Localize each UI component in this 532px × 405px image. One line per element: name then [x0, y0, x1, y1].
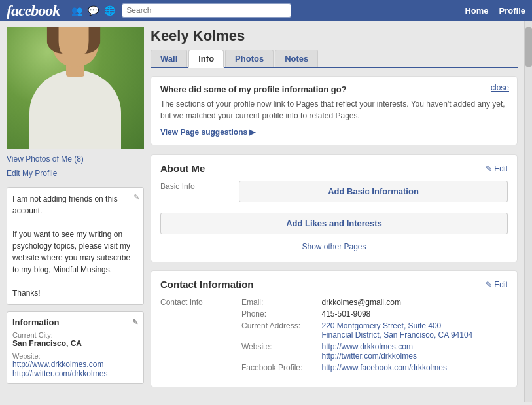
address-row: Current Address: 220 Montgomery Street, …	[239, 320, 508, 341]
information-title: Information	[12, 317, 60, 327]
email-label: Email:	[239, 296, 319, 308]
basic-info-label: Basic Info	[160, 181, 232, 191]
tab-photos[interactable]: Photos	[225, 50, 274, 67]
website-contact-label: Website:	[239, 341, 319, 362]
profile-name: Keely Kolmes	[151, 27, 518, 44]
chat-icon[interactable]: 💬	[88, 5, 99, 16]
contact-table: Email: drkkolmes@gmail.com Phone: 415-50…	[239, 296, 508, 374]
sidebar-website2[interactable]: http://twitter.com/drkkolmes	[12, 369, 138, 378]
sidebar-website1[interactable]: http://www.drkkolmes.com	[12, 360, 138, 369]
phone-value: 415-501-9098	[319, 308, 508, 320]
contact-info-row: Contact Info Email: drkkolmes@gmail.com …	[160, 296, 508, 374]
header: facebook 👥 💬 🌐 Home Profile	[0, 0, 532, 21]
bio-text: I am not adding friends on this account.…	[12, 193, 138, 299]
add-likes-button[interactable]: Add Likes and Interests	[160, 213, 508, 234]
scrollbar[interactable]	[524, 21, 532, 402]
website-values: http://www.drkkolmes.com http://twitter.…	[319, 341, 508, 362]
facebook-profile-label: Facebook Profile:	[239, 362, 319, 374]
home-nav-link[interactable]: Home	[465, 6, 488, 16]
about-me-title: About Me	[160, 163, 205, 174]
scrollbar-thumb[interactable]	[525, 27, 532, 67]
info-banner-title: Where did some of my profile information…	[160, 84, 508, 94]
contact-info-label: Contact Info	[160, 296, 232, 307]
info-banner-close[interactable]: close	[491, 83, 509, 92]
profile-nav-link[interactable]: Profile	[499, 6, 525, 16]
search-input[interactable]	[122, 3, 291, 18]
profile-photo	[7, 27, 144, 149]
tab-wall[interactable]: Wall	[151, 50, 187, 67]
photo-body	[29, 70, 121, 149]
address-value: 220 Montgomery Street, Suite 400 Financi…	[319, 320, 508, 341]
contact-website2[interactable]: http://twitter.com/drkkolmes	[322, 351, 417, 361]
information-box: Information ✎ Current City: San Francisc…	[7, 311, 144, 384]
facebook-logo: facebook	[7, 2, 60, 20]
pencil-icon: ✎	[486, 164, 492, 173]
contact-info-title: Contact Information	[160, 279, 254, 290]
about-me-section: About Me ✎ Edit Basic Info Add Basic Inf…	[151, 154, 518, 262]
current-city-value: San Francisco, CA	[12, 339, 138, 348]
website-label: Website:	[12, 352, 138, 360]
contact-info-edit[interactable]: ✎ Edit	[486, 280, 508, 289]
view-page-suggestions-link[interactable]: View Page suggestions ▶	[160, 128, 256, 137]
profile-tabs: Wall Info Photos Notes	[151, 50, 518, 68]
nav-links: Home Profile	[465, 6, 525, 16]
email-row: Email: drkkolmes@gmail.com	[239, 296, 508, 308]
phone-row: Phone: 415-501-9098	[239, 308, 508, 320]
email-value: drkkolmes@gmail.com	[319, 296, 508, 308]
website-row: Website: http://www.drkkolmes.com http:/…	[239, 341, 508, 362]
tab-info[interactable]: Info	[188, 50, 224, 68]
contact-website1[interactable]: http://www.drkkolmes.com	[322, 342, 413, 351]
globe-icon[interactable]: 🌐	[104, 5, 115, 16]
main-layout: View Photos of Me (8) Edit My Profile ✎ …	[0, 21, 532, 402]
address-label: Current Address:	[239, 320, 319, 341]
bio-box: ✎ I am not adding friends on this accoun…	[7, 187, 144, 305]
people-icon[interactable]: 👥	[71, 5, 82, 16]
view-photos-link[interactable]: View Photos of Me (8)	[7, 152, 144, 167]
pencil-icon-contact: ✎	[486, 280, 492, 289]
contact-info-header: Contact Information ✎ Edit	[160, 279, 508, 290]
info-banner: Where did some of my profile information…	[151, 76, 518, 145]
address-link1[interactable]: 220 Montgomery Street, Suite 400	[322, 321, 442, 330]
facebook-profile-link[interactable]: http://www.facebook.com/drkkolmes	[322, 363, 447, 372]
sidebar: View Photos of Me (8) Edit My Profile ✎ …	[0, 21, 151, 402]
sidebar-links: View Photos of Me (8) Edit My Profile	[7, 152, 144, 181]
header-icons: 👥 💬 🌐	[71, 5, 115, 16]
show-other-pages-link[interactable]: Show other Pages	[160, 239, 508, 254]
about-me-edit[interactable]: ✎ Edit	[486, 164, 508, 173]
add-basic-info-button[interactable]: Add Basic Information	[239, 181, 508, 202]
tab-notes[interactable]: Notes	[275, 50, 318, 67]
facebook-profile-value: http://www.facebook.com/drkkolmes	[319, 362, 508, 374]
contact-details: Email: drkkolmes@gmail.com Phone: 415-50…	[239, 296, 508, 374]
phone-label: Phone:	[239, 308, 319, 320]
basic-info-row: Basic Info Add Basic Information	[160, 181, 508, 207]
content: Keely Kolmes Wall Info Photos Notes Wher…	[151, 21, 524, 402]
about-me-header: About Me ✎ Edit	[160, 163, 508, 174]
contact-info-section: Contact Information ✎ Edit Contact Info …	[151, 270, 518, 387]
information-edit-icon[interactable]: ✎	[132, 318, 138, 326]
address-link2[interactable]: Financial District, San Francisco, CA 94…	[322, 330, 473, 340]
content-wrapper: Keely Kolmes Wall Info Photos Notes Wher…	[151, 21, 532, 402]
bio-edit-icon[interactable]: ✎	[133, 192, 139, 203]
current-city-label: Current City:	[12, 331, 138, 339]
edit-profile-link[interactable]: Edit My Profile	[7, 167, 144, 181]
info-banner-text: The sections of your profile now link to…	[160, 98, 508, 122]
facebook-profile-row: Facebook Profile: http://www.facebook.co…	[239, 362, 508, 374]
information-header: Information ✎	[12, 317, 138, 327]
photo-hair-sides	[47, 27, 101, 54]
